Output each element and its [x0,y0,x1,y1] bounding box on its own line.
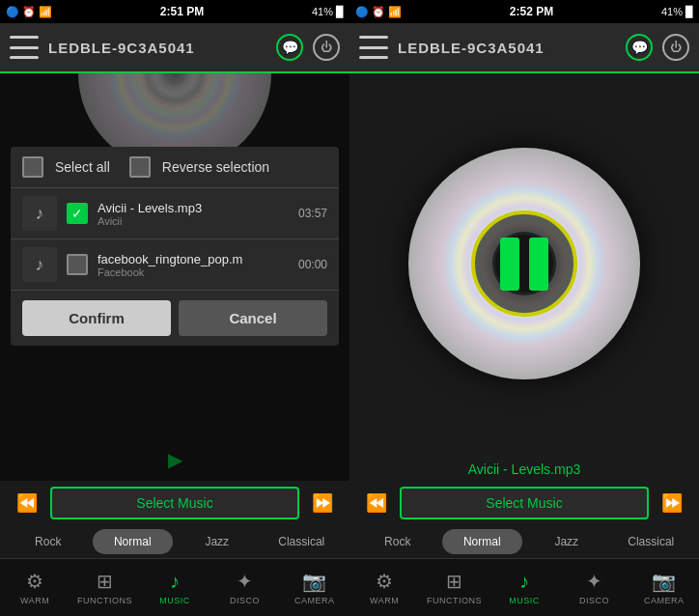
left-nav-disco[interactable]: ✦ DISCO [210,570,279,605]
left-nav-music[interactable]: ♪ MUSIC [140,571,210,605]
right-chat-icon[interactable]: 💬 [626,34,653,61]
right-eq-jazz[interactable]: Jazz [526,529,607,554]
music-thumb-2: ♪ [22,247,57,282]
functions-icon: ⊞ [97,570,113,593]
left-top-icons: 💬 ⏻ [276,34,340,61]
r-disco-label: DISCO [579,596,609,605]
item1-artist: Avicii [98,215,289,227]
select-dialog: Select all Reverse selection ♪ Avicii - … [11,147,339,346]
r-disco-icon: ✦ [586,570,602,593]
disco-label: DISCO [230,596,260,605]
music-label: MUSIC [159,596,190,605]
dialog-item-2[interactable]: ♪ facebook_ringtone_pop.m Facebook 00:00 [11,239,339,291]
left-status-bar: 🔵 ⏰ 📶 2:51 PM 41% ▉ [0,0,350,23]
right-cd-disc [408,148,640,379]
select-all-checkbox[interactable] [22,156,43,178]
left-device-name: LEDBLE-9C3A5041 [48,40,266,56]
left-top-bar: LEDBLE-9C3A5041 💬 ⏻ [0,23,350,73]
r-warm-label: WARM [370,596,399,605]
left-eq-tabs: Rock Normal Jazz Classical [0,525,350,558]
item1-duration: 03:57 [298,207,327,220]
item1-title: Avicii - Levels.mp3 [98,201,289,215]
r-battery-text: 41% ▉ [661,6,693,18]
left-menu-icon[interactable] [10,36,39,59]
left-eq-classical[interactable]: Classical [262,529,343,554]
right-nav-camera[interactable]: 📷 CAMERA [629,570,699,605]
left-select-music-row: ⏪ Select Music ⏩ [0,481,350,525]
left-battery: 41% ▉ [312,6,344,18]
right-select-music-btn[interactable]: Select Music [400,487,649,519]
item2-artist: Facebook [98,266,289,278]
r-bluetooth-icon: 🔵 [355,6,369,18]
left-eq-normal[interactable]: Normal [93,529,174,554]
left-status-icons: 🔵 ⏰ 📶 [6,6,52,18]
left-nav-functions[interactable]: ⊞ FUNCTIONS [70,570,139,605]
camera-label-right: CAMERA [644,596,685,605]
left-power-icon[interactable]: ⏻ [313,34,340,61]
battery-text: 41% ▉ [312,6,344,18]
r-wifi-icon: 📶 [388,6,402,18]
cancel-button[interactable]: Cancel [179,300,327,336]
r-music-label: MUSIC [509,596,540,605]
r-functions-label: FUNCTIONS [427,596,482,605]
item2-duration: 00:00 [298,258,327,271]
left-select-music-btn[interactable]: Select Music [50,487,299,519]
right-nav-disco[interactable]: ✦ DISCO [559,570,629,605]
pause-overlay[interactable] [471,210,577,317]
right-menu-icon[interactable] [359,36,388,59]
pause-bar-left [500,238,519,291]
item1-info: Avicii - Levels.mp3 Avicii [98,201,289,227]
right-power-icon[interactable]: ⏻ [662,34,689,61]
right-nav-music[interactable]: ♪ MUSIC [489,571,559,605]
left-screen: 🔵 ⏰ 📶 2:51 PM 41% ▉ LEDBLE-9C3A5041 💬 ⏻ … [0,0,350,616]
right-screen: 🔵 ⏰ 📶 2:52 PM 41% ▉ LEDBLE-9C3A5041 💬 ⏻ … [350,0,699,616]
right-top-bar: LEDBLE-9C3A5041 💬 ⏻ [350,23,699,73]
disco-icon: ✦ [237,570,253,593]
item1-checkbox[interactable] [67,203,88,224]
right-select-music-row: ⏪ Select Music ⏩ [350,481,699,525]
right-nav-functions[interactable]: ⊞ FUNCTIONS [419,570,489,605]
select-all-label: Select all [55,159,110,175]
functions-label: FUNCTIONS [77,596,132,605]
right-battery: 41% ▉ [661,6,693,18]
music-icon: ♪ [170,571,180,593]
right-eq-rock[interactable]: Rock [357,529,438,554]
right-eq-classical[interactable]: Classical [611,529,692,554]
r-warm-icon: ⚙ [376,570,393,593]
confirm-button[interactable]: Confirm [22,300,171,336]
item2-info: facebook_ringtone_pop.m Facebook [98,252,289,278]
warm-icon: ⚙ [26,570,43,593]
reverse-checkbox[interactable] [129,156,151,178]
left-next-arrow[interactable]: ⏩ [305,489,340,518]
right-nav-warm[interactable]: ⚙ WARM [350,570,419,605]
bluetooth-icon: 🔵 [6,6,19,18]
right-status-icons: 🔵 ⏰ 📶 [355,6,402,18]
music-thumb-1: ♪ [22,196,57,231]
left-bottom-nav: ⚙ WARM ⊞ FUNCTIONS ♪ MUSIC ✦ DISCO 📷 CAM… [0,558,350,616]
left-eq-jazz[interactable]: Jazz [177,529,258,554]
right-time: 2:52 PM [510,5,553,18]
right-song-title: Avicii - Levels.mp3 [350,454,699,481]
right-next-arrow[interactable]: ⏩ [655,489,689,518]
right-eq-tabs: Rock Normal Jazz Classical [350,525,699,558]
right-device-name: LEDBLE-9C3A5041 [398,40,616,56]
dialog-item-1[interactable]: ♪ Avicii - Levels.mp3 Avicii 03:57 [11,188,339,239]
left-eq-rock[interactable]: Rock [8,529,89,554]
right-prev-arrow[interactable]: ⏪ [359,489,394,518]
warm-label: WARM [20,596,49,605]
left-nav-camera[interactable]: 📷 CAMERA [280,570,350,605]
item2-title: facebook_ringtone_pop.m [98,252,289,266]
dialog-header: Select all Reverse selection [11,147,339,188]
left-nav-warm[interactable]: ⚙ WARM [0,570,70,605]
item2-checkbox[interactable] [67,254,88,275]
right-vinyl-area [350,73,699,454]
dialog-overlay: Select all Reverse selection ♪ Avicii - … [0,73,350,481]
left-cd-area: ▶ Select all Reverse selection ♪ Avicii … [0,73,350,481]
left-prev-arrow[interactable]: ⏪ [10,489,44,518]
right-eq-normal[interactable]: Normal [442,529,523,554]
camera-icon-left: 📷 [302,570,326,593]
r-alarm-icon: ⏰ [372,6,385,18]
reverse-label: Reverse selection [162,159,269,175]
right-bottom-nav: ⚙ WARM ⊞ FUNCTIONS ♪ MUSIC ✦ DISCO 📷 CAM… [350,558,699,616]
left-chat-icon[interactable]: 💬 [276,34,303,61]
